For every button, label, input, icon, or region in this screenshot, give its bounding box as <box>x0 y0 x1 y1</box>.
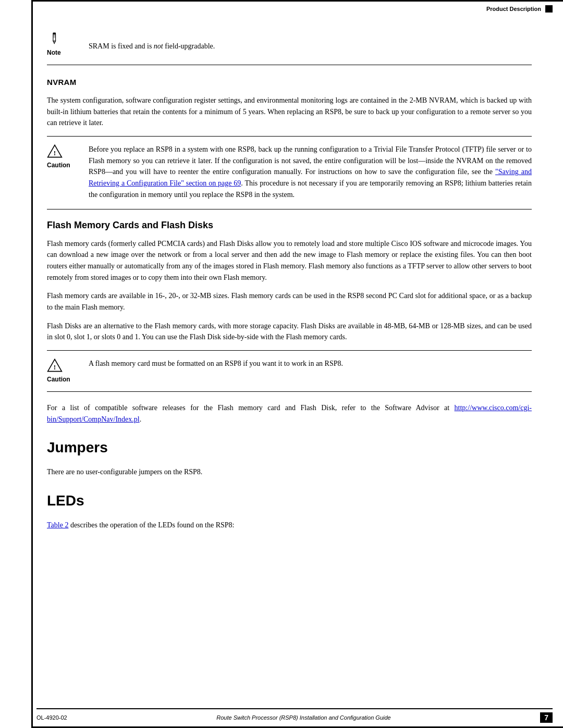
caution2-triangle-icon: ! <box>47 358 63 373</box>
note-content: SRAM is fixed and is not field-upgradabl… <box>89 31 532 52</box>
flash-paragraph3: Flash Disks are an alternative to the Fl… <box>47 320 532 343</box>
footer-page-area: 7 <box>540 712 553 723</box>
page-container: Product Description Note <box>0 0 563 728</box>
flash-paragraph1: Flash memory cards (formerly called PCMC… <box>47 238 532 283</box>
jumpers-paragraph: There are no user-configurable jumpers o… <box>47 466 532 478</box>
caution1-icon-area: ! Caution <box>47 144 89 169</box>
nvram-section: NVRAM The system configuration, software… <box>47 78 532 129</box>
caution1-triangle-icon: ! <box>47 144 63 158</box>
caution2-content: A flash memory card must be formatted on… <box>89 358 532 369</box>
leds-table-link[interactable]: Table 2 <box>47 521 68 529</box>
flash-title: Flash Memory Cards and Flash Disks <box>47 220 532 231</box>
nvram-paragraph: The system configuration, software confi… <box>47 95 532 129</box>
note-icon-area: Note <box>47 31 89 56</box>
note-text-before: SRAM is fixed and is <box>89 42 154 50</box>
caution1-content: Before you replace an RSP8 in a system w… <box>89 144 532 200</box>
svg-marker-1 <box>53 41 56 44</box>
svg-rect-2 <box>53 33 56 34</box>
nvram-title: NVRAM <box>47 78 532 87</box>
jumpers-title: Jumpers <box>47 439 532 456</box>
svg-text:!: ! <box>54 363 56 371</box>
caution1-box: ! Caution Before you replace an RSP8 in … <box>47 136 532 209</box>
note-box: Note SRAM is fixed and is not field-upgr… <box>47 31 532 65</box>
flash-note-paragraph: For a list of compatible software releas… <box>47 402 532 425</box>
caution2-label: Caution <box>47 376 70 383</box>
leds-paragraph: Table 2 describes the operation of the L… <box>47 520 532 531</box>
caution2-icon-area: ! Caution <box>47 358 89 383</box>
left-border <box>31 0 33 728</box>
note-label: Note <box>47 49 61 56</box>
footer-page-number: 7 <box>540 712 553 723</box>
note-pencil-icon <box>47 31 63 46</box>
header-title: Product Description <box>486 6 541 12</box>
note-italic: not <box>154 42 163 50</box>
flash-note-text-after: . <box>140 415 142 423</box>
page-header: Product Description <box>486 0 563 15</box>
flash-section: Flash Memory Cards and Flash Disks Flash… <box>47 220 532 343</box>
note-text-after: field-upgradable. <box>163 42 215 50</box>
leds-paragraph-after: describes the operation of the LEDs foun… <box>68 521 234 529</box>
footer-doc-number: OL-4920-02 <box>36 714 67 721</box>
caution2-box: ! Caution A flash memory card must be fo… <box>47 350 532 392</box>
jumpers-section: Jumpers There are no user-configurable j… <box>47 439 532 478</box>
svg-text:!: ! <box>54 149 56 157</box>
main-content: Note SRAM is fixed and is not field-upgr… <box>47 0 532 580</box>
caution2-text: A flash memory card must be formatted on… <box>89 360 343 367</box>
header-square <box>545 5 553 13</box>
caution1-label: Caution <box>47 162 70 169</box>
leds-section: LEDs Table 2 describes the operation of … <box>47 492 532 531</box>
caution1-text-before: Before you replace an RSP8 in a system w… <box>89 145 532 176</box>
flash-note-text-before: For a list of compatible software releas… <box>47 404 455 412</box>
top-border <box>31 0 563 2</box>
flash-paragraph2: Flash memory cards are available in 16-,… <box>47 290 532 313</box>
footer-guide-title: Route Switch Processor (RSP8) Installati… <box>67 714 540 721</box>
page-footer: OL-4920-02 Route Switch Processor (RSP8)… <box>36 708 553 723</box>
leds-title: LEDs <box>47 492 532 509</box>
